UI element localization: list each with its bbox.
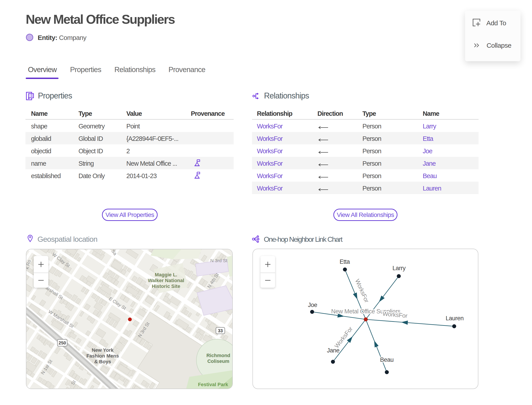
svg-text:250: 250 [59,340,66,345]
svg-text:Lauren: Lauren [446,315,464,322]
svg-text:WorksFor: WorksFor [354,278,370,304]
svg-text:New York: New York [92,347,114,353]
svg-text:Etta: Etta [339,258,350,265]
svg-text:WorksFor: WorksFor [382,310,408,319]
svg-text:33: 33 [218,328,223,333]
svg-text:Festival Park: Festival Park [198,382,228,387]
svg-text:WorksFor: WorksFor [333,326,354,350]
svg-text:Larry: Larry [392,265,406,271]
svg-text:Maggie L.: Maggie L. [155,272,177,277]
svg-text:Historic Site: Historic Site [152,284,180,289]
svg-text:N 3rd St: N 3rd St [210,258,227,263]
svg-text:Richmond: Richmond [206,353,230,358]
svg-text:Fashion Mens: Fashion Mens [86,353,119,359]
svg-text:Beau: Beau [380,357,393,363]
svg-text:Walker National: Walker National [148,278,184,283]
svg-text:Joe: Joe [308,302,317,308]
svg-text:& Boys: & Boys [94,359,111,364]
svg-text:Coliseum: Coliseum [207,358,229,364]
